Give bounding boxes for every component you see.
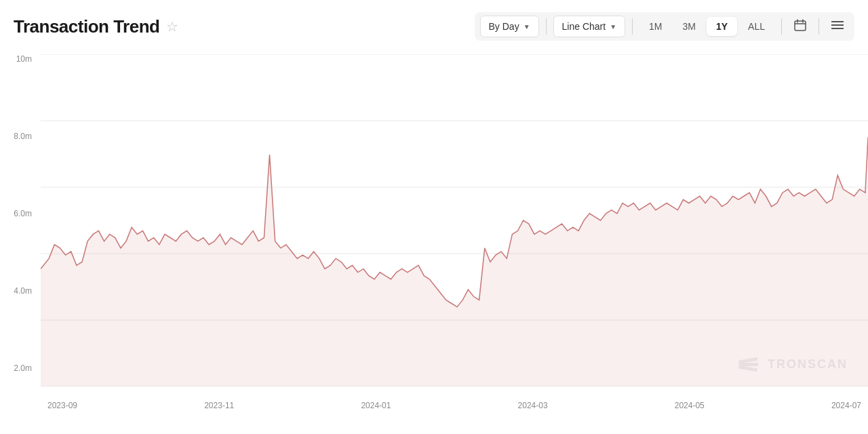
page-container: Transaction Trend ☆ By Day ▼ Line Chart … xyxy=(0,0,868,434)
x-label-sep23: 2023-09 xyxy=(47,401,77,410)
x-label-nov23: 2023-11 xyxy=(204,401,234,410)
controls-bar: By Day ▼ Line Chart ▼ 1M 3M 1Y ALL xyxy=(475,12,854,41)
calendar-icon xyxy=(794,19,806,31)
watermark: TRONSCAN xyxy=(736,352,848,376)
x-label-jan24: 2024-01 xyxy=(361,401,391,410)
chevron-down-icon: ▼ xyxy=(524,23,530,31)
calendar-button[interactable] xyxy=(789,15,812,38)
y-label-6m: 6.0m xyxy=(0,209,37,218)
chevron-down-icon-2: ▼ xyxy=(610,23,616,31)
period-all[interactable]: ALL xyxy=(738,17,774,36)
tronscan-logo-icon xyxy=(736,352,761,376)
x-label-jul24: 2024-07 xyxy=(831,401,861,410)
title-group: Transaction Trend ☆ xyxy=(14,16,178,37)
x-axis: 2023-09 2023-11 2024-01 2024-03 2024-05 … xyxy=(41,401,868,410)
chart-type-dropdown[interactable]: Line Chart ▼ xyxy=(553,16,626,37)
period-1m[interactable]: 1M xyxy=(639,17,671,36)
favorite-icon[interactable]: ☆ xyxy=(166,18,178,35)
chart-area: 10m 8.0m 6.0m 4.0m 2.0m xyxy=(0,47,868,414)
period-3m[interactable]: 3M xyxy=(673,17,705,36)
svg-rect-0 xyxy=(795,21,806,31)
page-title: Transaction Trend xyxy=(14,16,159,37)
y-label-4m: 4.0m xyxy=(0,286,37,296)
chart-svg-wrapper xyxy=(41,54,868,387)
y-label-10m: 10m xyxy=(0,54,37,64)
separator-4 xyxy=(818,18,819,35)
menu-button[interactable] xyxy=(826,16,849,37)
x-label-mar24: 2024-03 xyxy=(518,401,548,410)
granularity-dropdown[interactable]: By Day ▼ xyxy=(480,16,539,37)
chart-fill xyxy=(41,138,868,387)
separator xyxy=(546,18,547,35)
separator-3 xyxy=(781,18,782,35)
period-buttons: 1M 3M 1Y ALL xyxy=(639,17,774,36)
y-label-2m: 2.0m xyxy=(0,363,37,373)
svg-rect-14 xyxy=(739,363,758,366)
header: Transaction Trend ☆ By Day ▼ Line Chart … xyxy=(0,0,868,47)
line-chart-svg xyxy=(41,54,868,387)
separator-2 xyxy=(632,18,633,35)
period-1y[interactable]: 1Y xyxy=(707,17,737,36)
x-label-may24: 2024-05 xyxy=(675,401,705,410)
y-label-8m: 8.0m xyxy=(0,132,37,141)
hamburger-icon xyxy=(831,20,844,30)
watermark-text: TRONSCAN xyxy=(768,357,848,372)
y-axis: 10m 8.0m 6.0m 4.0m 2.0m xyxy=(0,54,37,387)
